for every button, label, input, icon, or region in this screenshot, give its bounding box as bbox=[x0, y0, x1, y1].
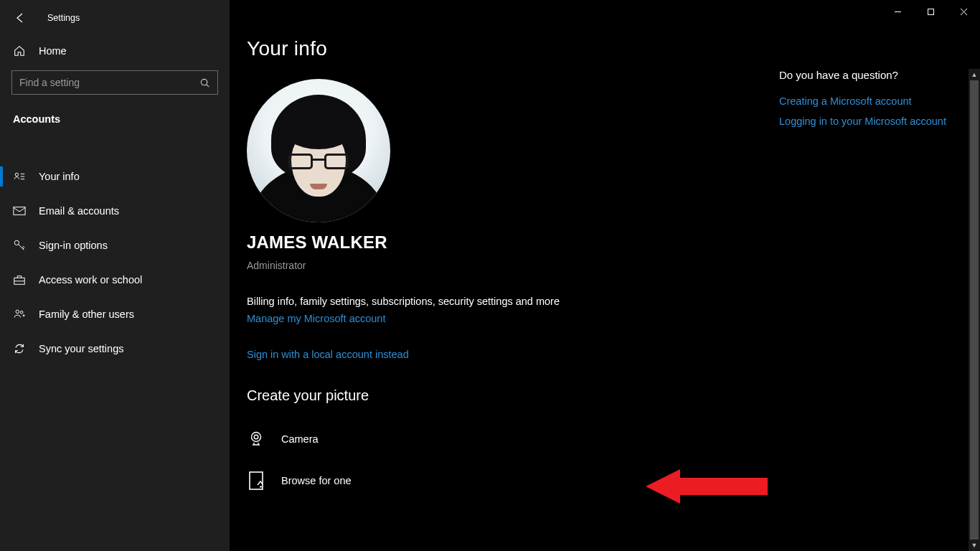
browse-option-label: Browse for one bbox=[281, 475, 352, 486]
scroll-down-icon[interactable]: ▼ bbox=[969, 540, 980, 551]
person-card-icon bbox=[13, 170, 26, 183]
sidebar-item-label: Email & accounts bbox=[39, 205, 119, 217]
sidebar-item-your-info[interactable]: Your info bbox=[0, 159, 230, 194]
sidebar-item-label: Sync your settings bbox=[39, 343, 123, 354]
sidebar: Settings Home Accounts Your info bbox=[0, 0, 230, 551]
help-link-login-account[interactable]: Logging in to your Microsoft account bbox=[779, 116, 958, 127]
sidebar-item-sign-in-options[interactable]: Sign-in options bbox=[0, 228, 230, 263]
sidebar-item-label: Sign-in options bbox=[39, 240, 108, 251]
sidebar-item-label: Your info bbox=[39, 171, 80, 182]
minimize-button[interactable] bbox=[881, 0, 914, 23]
search-input[interactable] bbox=[19, 77, 191, 88]
billing-info-text: Billing info, family settings, subscript… bbox=[247, 296, 980, 307]
scrollbar[interactable]: ▲ ▼ bbox=[969, 69, 980, 551]
help-panel: Do you have a question? Creating a Micro… bbox=[779, 69, 958, 136]
user-role: Administrator bbox=[247, 260, 980, 271]
svg-point-19 bbox=[254, 435, 258, 439]
svg-rect-15 bbox=[928, 9, 933, 14]
local-account-link[interactable]: Sign in with a local account instead bbox=[247, 349, 409, 360]
scroll-thumb[interactable] bbox=[970, 80, 979, 540]
manage-account-link[interactable]: Manage my Microsoft account bbox=[247, 313, 385, 324]
svg-point-2 bbox=[15, 173, 18, 176]
sidebar-item-label: Family & other users bbox=[39, 309, 134, 320]
camera-option-label: Camera bbox=[281, 433, 319, 445]
browse-option[interactable]: Browse for one bbox=[247, 466, 980, 496]
nav-list: Your info Email & accounts Sign-in optio… bbox=[0, 159, 230, 366]
svg-point-7 bbox=[14, 240, 19, 245]
home-button[interactable]: Home bbox=[0, 32, 230, 67]
mail-icon bbox=[13, 204, 26, 217]
scroll-up-icon[interactable]: ▲ bbox=[969, 69, 980, 80]
svg-point-18 bbox=[252, 433, 261, 442]
svg-point-10 bbox=[16, 310, 19, 314]
help-link-create-account[interactable]: Creating a Microsoft account bbox=[779, 95, 958, 107]
section-header: Accounts bbox=[0, 106, 230, 133]
home-label: Home bbox=[39, 45, 67, 57]
search-icon bbox=[199, 77, 210, 88]
sidebar-item-email-accounts[interactable]: Email & accounts bbox=[0, 194, 230, 228]
help-heading: Do you have a question? bbox=[779, 69, 958, 81]
avatar bbox=[247, 79, 390, 222]
main-content: Your info JAMES WALKER Administrator Bil… bbox=[230, 0, 980, 551]
svg-line-1 bbox=[207, 84, 209, 86]
camera-icon bbox=[247, 430, 265, 448]
home-icon bbox=[13, 44, 26, 57]
svg-point-21 bbox=[260, 486, 262, 488]
create-picture-heading: Create your picture bbox=[247, 387, 980, 404]
page-title: Your info bbox=[247, 37, 980, 60]
briefcase-icon bbox=[13, 273, 26, 286]
window-title: Settings bbox=[47, 13, 80, 23]
back-button[interactable] bbox=[11, 9, 29, 27]
close-button[interactable] bbox=[947, 0, 980, 23]
maximize-button[interactable] bbox=[914, 0, 947, 23]
svg-point-0 bbox=[201, 79, 207, 85]
sidebar-item-family-other-users[interactable]: Family & other users bbox=[0, 297, 230, 331]
sync-icon bbox=[13, 342, 26, 355]
camera-option[interactable]: Camera bbox=[247, 424, 980, 454]
key-icon bbox=[13, 239, 26, 252]
user-name: JAMES WALKER bbox=[247, 232, 980, 253]
sidebar-item-access-work-school[interactable]: Access work or school bbox=[0, 263, 230, 297]
people-icon bbox=[13, 308, 26, 321]
svg-point-11 bbox=[20, 311, 23, 314]
image-file-icon bbox=[247, 471, 265, 491]
svg-rect-6 bbox=[14, 207, 25, 215]
search-box[interactable] bbox=[11, 70, 218, 95]
sidebar-item-sync-settings[interactable]: Sync your settings bbox=[0, 331, 230, 366]
sidebar-item-label: Access work or school bbox=[39, 274, 142, 286]
